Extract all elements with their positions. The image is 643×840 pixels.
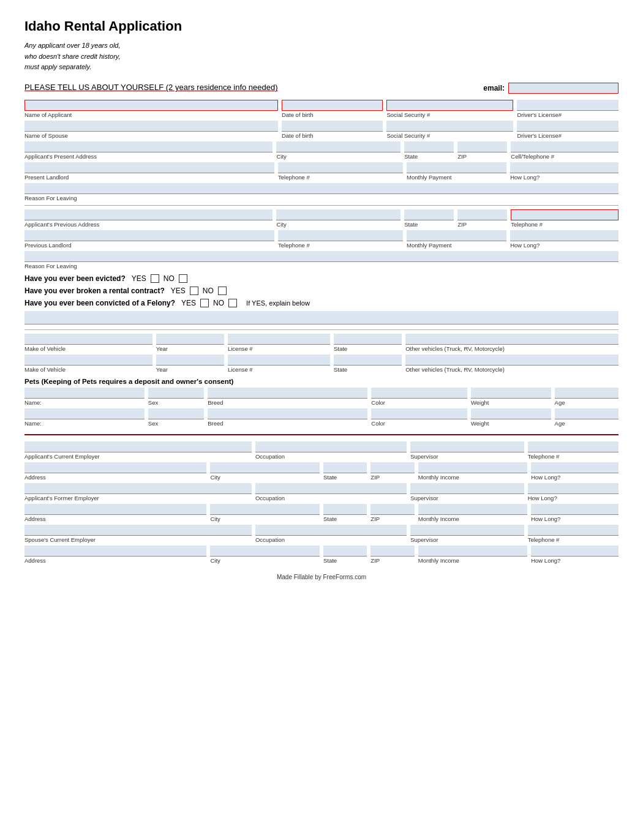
vehicle-state-label: State <box>334 345 402 352</box>
vehicle-other2-input[interactable] <box>405 354 619 366</box>
job-address2-input[interactable] <box>24 504 206 515</box>
pet1-age-input[interactable] <box>555 388 619 399</box>
city-input[interactable] <box>276 141 400 152</box>
email-input[interactable] <box>508 83 619 94</box>
job-zip-input[interactable] <box>370 462 414 473</box>
prev-landlord-input[interactable] <box>24 230 274 241</box>
spouse-employer-input[interactable] <box>24 525 252 536</box>
vehicle-state-input[interactable] <box>334 334 402 345</box>
monthly-payment-label: Monthly Payment <box>407 174 506 181</box>
prev-city-input[interactable] <box>276 209 400 220</box>
job-state3-input[interactable] <box>323 546 367 557</box>
pet2-breed-input[interactable] <box>208 408 367 419</box>
cell-telephone-input[interactable] <box>511 141 619 152</box>
vehicle-year-input[interactable] <box>156 334 224 345</box>
how-long-job2-input[interactable] <box>531 504 619 515</box>
prev-monthly-label: Monthly Payment <box>407 242 506 249</box>
how-long2-input[interactable] <box>528 483 619 494</box>
pet1-weight-input[interactable] <box>471 388 551 399</box>
pet2-breed-label: Breed <box>208 420 367 427</box>
spouse-telephone-input[interactable] <box>528 525 619 536</box>
job-telephone-input[interactable] <box>528 441 619 452</box>
prev-landlord-telephone-input[interactable] <box>278 230 403 241</box>
reason-leaving-input[interactable] <box>24 183 619 194</box>
monthly-income-input[interactable] <box>418 462 527 473</box>
former-employer-input[interactable] <box>24 483 252 494</box>
supervisor-label: Supervisor <box>410 453 524 460</box>
supervisor3-input[interactable] <box>410 525 524 536</box>
vehicle-make2-label: Make of Vehicle <box>24 366 152 373</box>
felony-yes-checkbox[interactable] <box>200 299 209 307</box>
job-address2-label: Address <box>24 516 206 522</box>
present-landlord-input[interactable] <box>24 162 274 173</box>
pet1-sex-input[interactable] <box>148 388 204 399</box>
vehicle-state2-input[interactable] <box>334 354 402 366</box>
applicant-name-input[interactable] <box>24 100 278 111</box>
vehicle-other-input[interactable] <box>405 334 619 345</box>
pet1-color-input[interactable] <box>371 388 467 399</box>
prev-monthly-input[interactable] <box>407 230 506 241</box>
job-city2-input[interactable] <box>210 504 319 515</box>
spouse-name-input[interactable] <box>24 121 278 132</box>
applicant-dl-input[interactable] <box>517 100 619 111</box>
job-city3-input[interactable] <box>210 546 319 557</box>
pet2-color-input[interactable] <box>371 408 467 419</box>
felony-no-checkbox[interactable] <box>228 299 237 307</box>
occupation-input[interactable] <box>255 441 407 452</box>
job-zip3-input[interactable] <box>370 546 414 557</box>
job-city-input[interactable] <box>210 462 319 473</box>
occupation3-input[interactable] <box>255 525 407 536</box>
monthly-income2-input[interactable] <box>418 504 527 515</box>
vehicle-license-input[interactable] <box>228 334 330 345</box>
applicant-dob-input[interactable] <box>282 100 383 111</box>
landlord-telephone-input[interactable] <box>278 162 403 173</box>
applicant-ssn-input[interactable] <box>386 100 513 111</box>
vehicle-other-label: Other vehicles (Truck, RV, Motorcycle) <box>405 345 619 352</box>
current-employer-input[interactable] <box>24 441 252 452</box>
job-address-input[interactable] <box>24 462 206 473</box>
job-zip2-input[interactable] <box>370 504 414 515</box>
spouse-dob-input[interactable] <box>282 121 383 132</box>
occupation2-input[interactable] <box>255 483 407 494</box>
zip-label: ZIP <box>457 153 507 160</box>
prev-reason-leaving-input[interactable] <box>24 251 619 262</box>
prev-zip-input[interactable] <box>457 209 507 220</box>
present-address-input[interactable] <box>24 141 273 152</box>
pet2-weight-input[interactable] <box>471 408 551 419</box>
supervisor-input[interactable] <box>410 441 524 452</box>
how-long-input[interactable] <box>510 162 619 173</box>
how-long-job3-input[interactable] <box>531 546 619 557</box>
pet1-name-input[interactable] <box>24 388 145 399</box>
job-state2-input[interactable] <box>323 504 367 515</box>
evicted-yes-checkbox[interactable] <box>151 274 159 283</box>
prev-landlord-telephone-label: Telephone # <box>278 242 403 249</box>
supervisor2-input[interactable] <box>410 483 524 494</box>
vehicle-make-input[interactable] <box>24 334 152 345</box>
spouse-ssn-input[interactable] <box>386 121 513 132</box>
evicted-no-checkbox[interactable] <box>179 274 187 283</box>
prev-address-input[interactable] <box>24 209 273 220</box>
how-long-job-input[interactable] <box>531 462 619 473</box>
pet2-sex-input[interactable] <box>148 408 204 419</box>
broken-no-checkbox[interactable] <box>218 287 227 295</box>
job-state-label: State <box>323 474 367 481</box>
job-state-input[interactable] <box>323 462 367 473</box>
broken-yes-checkbox[interactable] <box>190 287 198 295</box>
felony-explanation-input[interactable] <box>24 311 619 324</box>
pet2-age-input[interactable] <box>555 408 619 419</box>
vehicle-make2-input[interactable] <box>24 354 152 366</box>
state-input[interactable] <box>404 141 454 152</box>
pet2-color-label: Color <box>371 420 467 427</box>
job-address3-input[interactable] <box>24 546 206 557</box>
pet2-name-input[interactable] <box>24 408 145 419</box>
prev-state-input[interactable] <box>404 209 454 220</box>
monthly-payment-input[interactable] <box>407 162 506 173</box>
monthly-income3-input[interactable] <box>418 546 527 557</box>
prev-how-long-input[interactable] <box>510 230 619 241</box>
spouse-dl-input[interactable] <box>517 121 619 132</box>
vehicle-year2-input[interactable] <box>156 354 224 366</box>
vehicle-license2-input[interactable] <box>228 354 330 366</box>
prev-telephone-input[interactable] <box>511 209 619 220</box>
zip-input[interactable] <box>457 141 507 152</box>
pet1-breed-input[interactable] <box>208 388 367 399</box>
